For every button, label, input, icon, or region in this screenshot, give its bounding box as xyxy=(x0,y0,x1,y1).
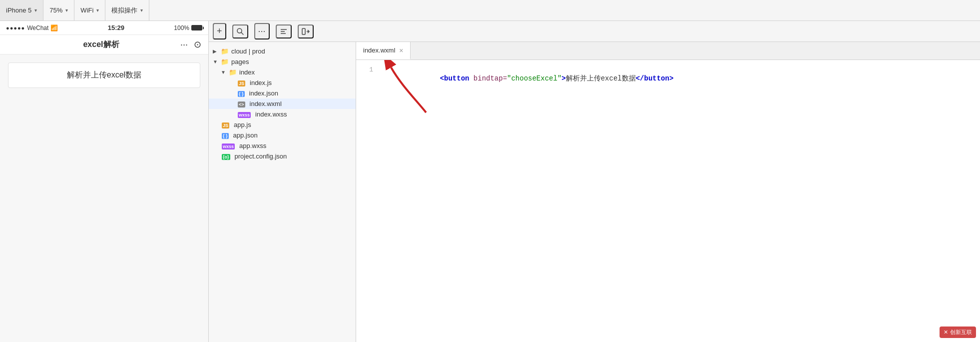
phone-dots-icon[interactable]: ··· xyxy=(180,40,188,50)
attr-val-choosExcel: "chooseExcel" xyxy=(507,74,561,82)
simulate-selector[interactable]: 模拟操作 ▾ xyxy=(105,0,149,20)
svg-rect-5 xyxy=(302,28,305,34)
closing-tag: </button> xyxy=(636,74,674,82)
app-js-icon: JS xyxy=(222,121,229,128)
index-js-label: index.js xyxy=(250,79,272,86)
tree-item-index-wxss[interactable]: wxss index.wxss xyxy=(209,109,356,120)
phone-camera-icon[interactable]: ⊙ xyxy=(194,39,201,50)
main-content: ●●●●● WeChat 📶 15:29 100% excel解析 ··· ⊙ … xyxy=(0,21,980,342)
tag-close-bracket: > xyxy=(561,74,565,82)
tree-item-index-js[interactable]: JS index.js xyxy=(209,78,356,88)
tab-label: index.wxml xyxy=(363,46,395,54)
zoom-chevron-icon: ▾ xyxy=(65,8,68,13)
simulate-chevron-icon: ▾ xyxy=(140,8,143,13)
wxss-icon: wxss xyxy=(238,110,251,118)
tab-close-button[interactable]: × xyxy=(399,47,403,54)
cloud-arrow-icon: ▶ xyxy=(213,48,221,54)
excel-upload-button[interactable]: 解析并上传excel数据 xyxy=(8,62,200,88)
format-icon xyxy=(280,28,288,36)
top-toolbar: iPhone 5 ▾ 75% ▾ WiFi ▾ 模拟操作 ▾ xyxy=(0,0,980,21)
simulate-label: 模拟操作 xyxy=(111,6,137,15)
index-wxss-label: index.wxss xyxy=(255,110,287,118)
tree-item-pages[interactable]: ▼ 📁 pages xyxy=(209,56,356,67)
device-chevron-icon: ▾ xyxy=(34,8,37,13)
app-wxss-label: app.wxss xyxy=(239,142,266,150)
add-file-button[interactable]: + xyxy=(213,23,226,40)
attr-bindtap: bindtap= xyxy=(469,74,507,82)
button-text-content: 解析并上传excel数据 xyxy=(566,74,636,82)
line-number-1: 1 xyxy=(356,66,381,74)
tree-item-index-wxml[interactable]: <> index.wxml xyxy=(209,98,356,109)
phone-nav-title: excel解析 xyxy=(83,40,119,50)
file-explorer: ▶ 📁 cloud | prod ▼ 📁 pages ▼ xyxy=(209,42,356,342)
search-icon xyxy=(236,28,244,36)
format-button[interactable] xyxy=(276,24,292,38)
tree-item-app-wxss[interactable]: wxss app.wxss xyxy=(209,140,356,151)
json-icon: { } xyxy=(238,90,245,97)
zoom-selector[interactable]: 75% ▾ xyxy=(43,0,74,20)
editor-tab-index-wxml[interactable]: index.wxml × xyxy=(356,42,411,60)
editor-content[interactable]: 1 <button bindtap="chooseExcel">解析并上传exc… xyxy=(356,60,980,342)
phone-time: 15:29 xyxy=(108,24,124,32)
phone-status-left: ●●●●● WeChat 📶 xyxy=(6,24,58,32)
pages-arrow-icon: ▼ xyxy=(213,59,221,64)
watermark: ✕ 创新互联 xyxy=(940,326,976,338)
index-folder-icon: 📁 xyxy=(229,68,237,76)
editor-area: index.wxml × 1 xyxy=(356,42,980,342)
battery-icon xyxy=(191,25,202,30)
editor-tabs: index.wxml × xyxy=(356,42,980,60)
more-options-button[interactable]: ··· xyxy=(254,23,270,40)
network-selector[interactable]: WiFi ▾ xyxy=(74,0,105,20)
phone-status-bar: ●●●●● WeChat 📶 15:29 100% xyxy=(0,21,208,35)
cloud-folder-icon: 📁 xyxy=(221,48,229,55)
network-chevron-icon: ▾ xyxy=(96,8,99,13)
tree-item-cloud[interactable]: ▶ 📁 cloud | prod xyxy=(209,46,356,56)
app-json-icon: { } xyxy=(222,132,229,139)
watermark-icon: ✕ xyxy=(944,329,948,336)
tree-item-app-js[interactable]: JS app.js xyxy=(209,120,356,130)
network-label: WiFi xyxy=(80,6,93,14)
line-code-1: <button bindtap="chooseExcel">解析并上传excel… xyxy=(381,66,980,91)
file-tree: ▶ 📁 cloud | prod ▼ 📁 pages ▼ xyxy=(209,42,356,342)
phone-status-right: 100% xyxy=(174,24,202,32)
app-name: WeChat xyxy=(27,24,48,32)
app-wxss-icon: wxss xyxy=(222,142,235,150)
pages-label: pages xyxy=(231,58,249,66)
device-selector[interactable]: iPhone 5 ▾ xyxy=(0,0,43,20)
tree-item-project-config[interactable]: {o} project.config.json xyxy=(209,151,356,162)
wifi-icon: 📶 xyxy=(50,24,58,32)
editor-toolbar: + ··· xyxy=(209,21,980,42)
project-config-icon: {o} xyxy=(222,152,230,160)
js-icon: JS xyxy=(238,79,245,86)
signal-icon: ●●●●● xyxy=(6,25,25,31)
index-json-label: index.json xyxy=(249,90,279,97)
svg-line-1 xyxy=(241,32,243,34)
phone-body: 解析并上传excel数据 xyxy=(0,54,208,342)
wxml-icon: <> xyxy=(238,100,245,108)
phone-nav-icons: ··· ⊙ xyxy=(180,39,201,50)
zoom-label: 75% xyxy=(49,6,62,14)
index-wxml-label: index.wxml xyxy=(250,100,282,108)
app-json-label: app.json xyxy=(233,132,258,139)
phone-nav-bar: excel解析 ··· ⊙ xyxy=(0,35,208,54)
split-icon xyxy=(302,28,310,36)
tag-open: <button xyxy=(440,74,470,82)
pages-folder-icon: 📁 xyxy=(221,58,229,66)
project-config-label: project.config.json xyxy=(235,152,287,160)
tree-item-index-folder[interactable]: ▼ 📁 index xyxy=(209,67,356,78)
app-js-label: app.js xyxy=(234,121,251,128)
code-line-1: 1 <button bindtap="chooseExcel">解析并上传exc… xyxy=(356,66,980,91)
phone-simulator: ●●●●● WeChat 📶 15:29 100% excel解析 ··· ⊙ … xyxy=(0,21,209,342)
tree-item-app-json[interactable]: { } app.json xyxy=(209,130,356,140)
search-button[interactable] xyxy=(232,24,248,38)
split-button[interactable] xyxy=(298,24,314,38)
watermark-brand: 创新互联 xyxy=(950,328,972,336)
device-label: iPhone 5 xyxy=(6,6,31,14)
tree-item-index-json[interactable]: { } index.json xyxy=(209,88,356,98)
index-folder-arrow-icon: ▼ xyxy=(221,70,229,75)
index-folder-label: index xyxy=(239,68,255,76)
cloud-label: cloud | prod xyxy=(231,48,265,55)
battery-percent: 100% xyxy=(174,24,189,32)
